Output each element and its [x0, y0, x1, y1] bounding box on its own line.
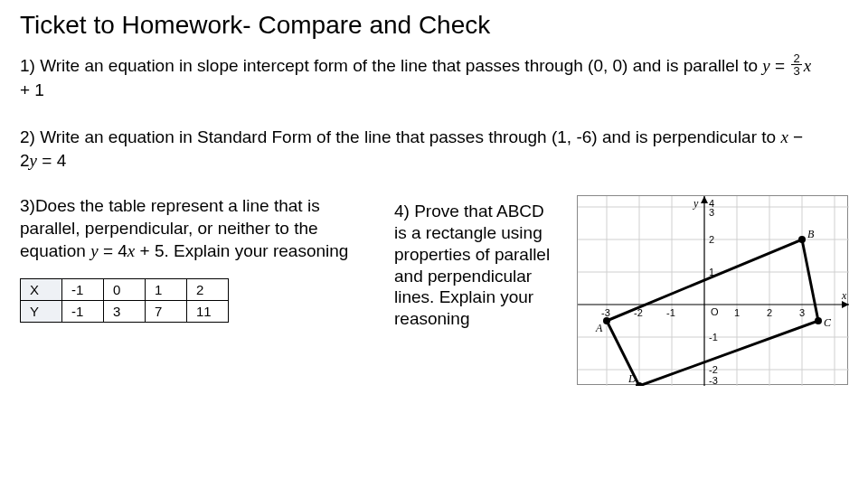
q1-frac-num: 2 — [791, 52, 801, 65]
q2-text: 2) Write an equation in Standard Form of… — [20, 127, 780, 146]
page-title: Ticket to Homework- Compare and Check — [20, 11, 848, 40]
question-4: 4) Prove that ABCD is a rectangle using … — [394, 195, 555, 330]
cell: 2 — [187, 279, 229, 301]
q1-x: x — [804, 56, 811, 75]
point-b — [798, 236, 806, 243]
question-3: 3)Does the table represent a line that i… — [20, 195, 373, 262]
label-d: D — [627, 372, 637, 385]
q2-y: y — [30, 151, 37, 170]
tick: -3 — [601, 307, 610, 318]
cell: 1 — [146, 279, 187, 301]
tick: -2 — [709, 364, 718, 375]
cell: -1 — [62, 279, 104, 301]
q1-text: 1) Write an equation in slope intercept … — [20, 56, 762, 75]
cell: 0 — [104, 279, 146, 301]
tick: 4 — [709, 198, 714, 209]
tick: 2 — [767, 307, 772, 318]
tick: 2 — [709, 234, 714, 245]
point-a — [603, 317, 610, 324]
question-3-block: 3)Does the table represent a line that i… — [20, 195, 373, 323]
grid-lines — [578, 196, 849, 386]
y-axis-label: y — [693, 197, 699, 210]
table-row: Y -1 3 7 11 — [21, 301, 229, 323]
label-a: A — [595, 322, 603, 334]
label-b: B — [807, 228, 815, 240]
axes — [578, 196, 849, 386]
question-1: 1) Write an equation in slope intercept … — [20, 54, 825, 102]
cell: 11 — [187, 301, 229, 323]
x-axis-label: x — [841, 289, 847, 302]
q3-post: . Explain your reasoning — [165, 241, 349, 260]
tick: -1 — [709, 332, 718, 343]
worksheet-page: Ticket to Homework- Compare and Check 1)… — [0, 0, 868, 488]
row-header-x: X — [21, 279, 62, 301]
origin-label: O — [711, 306, 719, 317]
row-q3-q4: 3)Does the table represent a line that i… — [20, 195, 848, 385]
point-c — [815, 317, 822, 324]
cell: -1 — [62, 301, 104, 323]
q2-tail: = 4 — [37, 151, 66, 170]
tick: 1 — [734, 307, 740, 318]
row-header-y: Y — [21, 301, 62, 323]
tick: -3 — [709, 375, 718, 386]
tick: 3 — [799, 307, 805, 318]
q3-y: y — [90, 241, 98, 260]
q3-mid: + 5 — [135, 241, 164, 260]
q1-fraction: 23 — [791, 52, 801, 77]
cell: 7 — [146, 301, 187, 323]
q1-y: y — [762, 56, 769, 75]
q4-graph: x y O -3 -2 -1 1 2 3 1 2 3 4 — [577, 195, 848, 385]
label-c: C — [824, 316, 832, 329]
q2-x: x — [780, 127, 788, 146]
q3-eq: = 4 — [99, 241, 127, 260]
svg-marker-15 — [701, 196, 708, 203]
coordinate-grid: x y O -3 -2 -1 1 2 3 1 2 3 4 — [578, 196, 849, 386]
q3-table: X -1 0 1 2 Y -1 3 7 11 — [20, 278, 229, 323]
q1-frac-den: 3 — [791, 65, 801, 77]
q1-eq: = — [770, 56, 790, 75]
cell: 3 — [104, 301, 146, 323]
tick: -1 — [666, 307, 675, 318]
x-tick-labels: -3 -2 -1 1 2 3 — [601, 307, 805, 318]
question-2: 2) Write an equation in Standard Form of… — [20, 126, 825, 172]
svg-marker-13 — [842, 301, 849, 308]
table-row: X -1 0 1 2 — [21, 279, 229, 301]
q1-tail: + 1 — [20, 80, 44, 99]
